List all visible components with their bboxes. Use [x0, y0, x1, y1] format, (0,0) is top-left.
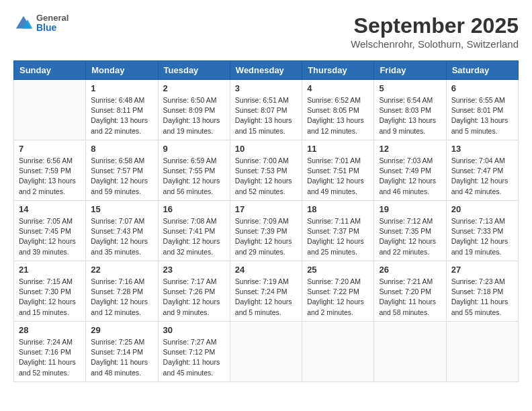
day-number: 27 [451, 265, 513, 275]
day-cell [14, 80, 86, 140]
day-info: Sunrise: 7:07 AM Sunset: 7:43 PM Dayligh… [91, 216, 152, 257]
day-info: Sunrise: 7:09 AM Sunset: 7:39 PM Dayligh… [235, 216, 297, 257]
day-cell: 15Sunrise: 7:07 AM Sunset: 7:43 PM Dayli… [86, 201, 158, 261]
day-number: 2 [163, 83, 225, 93]
day-cell: 1Sunrise: 6:48 AM Sunset: 8:11 PM Daylig… [86, 80, 158, 140]
weekday-header-row: SundayMondayTuesdayWednesdayThursdayFrid… [14, 61, 519, 80]
day-info: Sunrise: 7:13 AM Sunset: 7:33 PM Dayligh… [451, 216, 513, 257]
day-cell: 20Sunrise: 7:13 AM Sunset: 7:33 PM Dayli… [446, 201, 518, 261]
logo-blue: Blue [36, 23, 69, 33]
day-info: Sunrise: 7:19 AM Sunset: 7:24 PM Dayligh… [235, 277, 297, 318]
day-number: 6 [451, 83, 513, 93]
day-info: Sunrise: 7:17 AM Sunset: 7:26 PM Dayligh… [163, 277, 225, 318]
weekday-header-sunday: Sunday [14, 61, 86, 80]
day-info: Sunrise: 6:59 AM Sunset: 7:55 PM Dayligh… [163, 156, 225, 197]
day-info: Sunrise: 7:27 AM Sunset: 7:12 PM Dayligh… [163, 337, 225, 378]
day-number: 26 [379, 265, 441, 275]
day-number: 30 [163, 325, 225, 335]
day-info: Sunrise: 6:55 AM Sunset: 8:01 PM Dayligh… [451, 95, 513, 136]
day-number: 3 [235, 83, 297, 93]
day-number: 12 [379, 144, 441, 154]
week-row-2: 7Sunrise: 6:56 AM Sunset: 7:59 PM Daylig… [14, 140, 519, 201]
day-number: 16 [163, 204, 225, 214]
week-row-4: 21Sunrise: 7:15 AM Sunset: 7:30 PM Dayli… [14, 261, 519, 322]
day-number: 17 [235, 204, 297, 214]
day-info: Sunrise: 6:50 AM Sunset: 8:09 PM Dayligh… [163, 95, 225, 136]
day-number: 13 [451, 144, 513, 154]
day-number: 21 [19, 265, 81, 275]
day-cell: 3Sunrise: 6:51 AM Sunset: 8:07 PM Daylig… [230, 80, 302, 140]
day-cell: 8Sunrise: 6:58 AM Sunset: 7:57 PM Daylig… [86, 140, 158, 201]
day-number: 7 [19, 144, 81, 154]
day-info: Sunrise: 7:21 AM Sunset: 7:20 PM Dayligh… [379, 277, 441, 318]
day-info: Sunrise: 7:01 AM Sunset: 7:51 PM Dayligh… [307, 156, 369, 197]
day-info: Sunrise: 7:08 AM Sunset: 7:41 PM Dayligh… [163, 216, 225, 257]
day-cell: 25Sunrise: 7:20 AM Sunset: 7:22 PM Dayli… [302, 261, 374, 322]
day-number: 9 [163, 144, 225, 154]
day-cell: 10Sunrise: 7:00 AM Sunset: 7:53 PM Dayli… [230, 140, 302, 201]
day-info: Sunrise: 7:15 AM Sunset: 7:30 PM Dayligh… [19, 277, 81, 318]
day-cell: 23Sunrise: 7:17 AM Sunset: 7:26 PM Dayli… [158, 261, 230, 322]
day-cell: 28Sunrise: 7:24 AM Sunset: 7:16 PM Dayli… [14, 322, 86, 382]
calendar-table: SundayMondayTuesdayWednesdayThursdayFrid… [13, 60, 519, 382]
day-info: Sunrise: 6:58 AM Sunset: 7:57 PM Dayligh… [91, 156, 152, 197]
day-info: Sunrise: 7:05 AM Sunset: 7:45 PM Dayligh… [19, 216, 81, 257]
day-cell: 14Sunrise: 7:05 AM Sunset: 7:45 PM Dayli… [14, 201, 86, 261]
day-number: 14 [19, 204, 81, 214]
day-number: 23 [163, 265, 225, 275]
day-info: Sunrise: 6:52 AM Sunset: 8:05 PM Dayligh… [307, 95, 369, 136]
weekday-header-saturday: Saturday [446, 61, 518, 80]
day-number: 28 [19, 325, 81, 335]
day-number: 24 [235, 265, 297, 275]
week-row-5: 28Sunrise: 7:24 AM Sunset: 7:16 PM Dayli… [14, 322, 519, 382]
day-info: Sunrise: 7:20 AM Sunset: 7:22 PM Dayligh… [307, 277, 369, 318]
day-cell [374, 322, 446, 382]
logo-text: General Blue [36, 13, 69, 34]
day-info: Sunrise: 7:11 AM Sunset: 7:37 PM Dayligh… [307, 216, 369, 257]
logo-general: General [36, 13, 69, 23]
day-number: 5 [379, 83, 441, 93]
day-cell: 6Sunrise: 6:55 AM Sunset: 8:01 PM Daylig… [446, 80, 518, 140]
day-info: Sunrise: 7:00 AM Sunset: 7:53 PM Dayligh… [235, 156, 297, 197]
day-number: 8 [91, 144, 152, 154]
day-cell: 30Sunrise: 7:27 AM Sunset: 7:12 PM Dayli… [158, 322, 230, 382]
title-block: September 2025 Welschenrohr, Solothurn, … [351, 13, 519, 50]
day-number: 22 [91, 265, 152, 275]
day-cell: 16Sunrise: 7:08 AM Sunset: 7:41 PM Dayli… [158, 201, 230, 261]
day-info: Sunrise: 7:24 AM Sunset: 7:16 PM Dayligh… [19, 337, 81, 378]
day-info: Sunrise: 7:03 AM Sunset: 7:49 PM Dayligh… [379, 156, 441, 197]
day-cell: 18Sunrise: 7:11 AM Sunset: 7:37 PM Dayli… [302, 201, 374, 261]
weekday-header-thursday: Thursday [302, 61, 374, 80]
day-number: 18 [307, 204, 369, 214]
day-info: Sunrise: 7:12 AM Sunset: 7:35 PM Dayligh… [379, 216, 441, 257]
day-cell: 29Sunrise: 7:25 AM Sunset: 7:14 PM Dayli… [86, 322, 158, 382]
day-cell: 11Sunrise: 7:01 AM Sunset: 7:51 PM Dayli… [302, 140, 374, 201]
day-number: 15 [91, 204, 152, 214]
day-cell: 4Sunrise: 6:52 AM Sunset: 8:05 PM Daylig… [302, 80, 374, 140]
day-info: Sunrise: 7:04 AM Sunset: 7:47 PM Dayligh… [451, 156, 513, 197]
week-row-3: 14Sunrise: 7:05 AM Sunset: 7:45 PM Dayli… [14, 201, 519, 261]
day-cell: 2Sunrise: 6:50 AM Sunset: 8:09 PM Daylig… [158, 80, 230, 140]
day-number: 11 [307, 144, 369, 154]
day-cell: 21Sunrise: 7:15 AM Sunset: 7:30 PM Dayli… [14, 261, 86, 322]
day-cell: 27Sunrise: 7:23 AM Sunset: 7:18 PM Dayli… [446, 261, 518, 322]
page-header: General Blue September 2025 Welschenrohr… [13, 13, 519, 50]
week-row-1: 1Sunrise: 6:48 AM Sunset: 8:11 PM Daylig… [14, 80, 519, 140]
day-cell: 9Sunrise: 6:59 AM Sunset: 7:55 PM Daylig… [158, 140, 230, 201]
day-cell [302, 322, 374, 382]
day-info: Sunrise: 6:56 AM Sunset: 7:59 PM Dayligh… [19, 156, 81, 197]
day-cell [230, 322, 302, 382]
day-number: 25 [307, 265, 369, 275]
day-number: 1 [91, 83, 152, 93]
weekday-header-tuesday: Tuesday [158, 61, 230, 80]
month-title: September 2025 [351, 13, 519, 38]
day-number: 29 [91, 325, 152, 335]
day-number: 20 [451, 204, 513, 214]
day-cell: 17Sunrise: 7:09 AM Sunset: 7:39 PM Dayli… [230, 201, 302, 261]
weekday-header-monday: Monday [86, 61, 158, 80]
day-cell [446, 322, 518, 382]
day-number: 19 [379, 204, 441, 214]
day-number: 10 [235, 144, 297, 154]
day-info: Sunrise: 7:23 AM Sunset: 7:18 PM Dayligh… [451, 277, 513, 318]
day-info: Sunrise: 6:48 AM Sunset: 8:11 PM Dayligh… [91, 95, 152, 136]
